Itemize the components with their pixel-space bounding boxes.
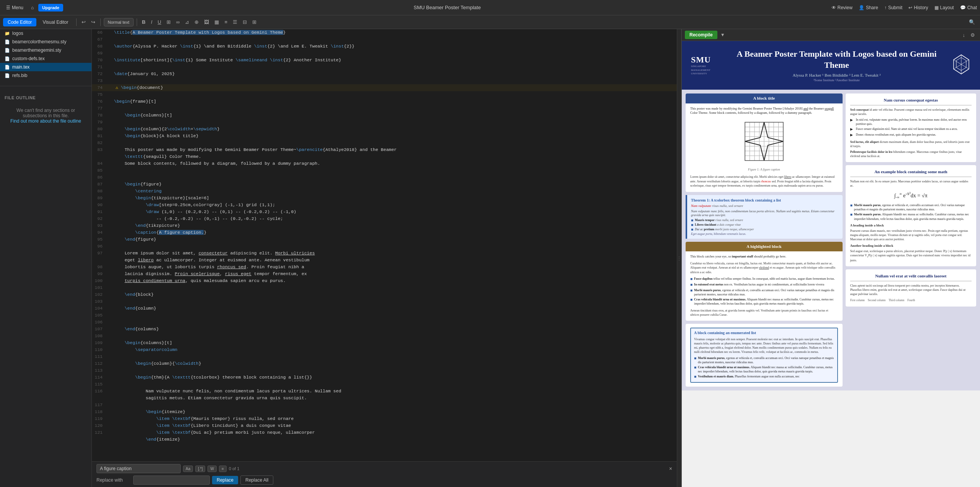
list-item: ■In euismod erat metus non ex. Vestibulu… (690, 282, 838, 287)
table-row: 116 Nam vulputate nunc felis, non condim… (92, 388, 677, 395)
review-btn[interactable]: 👁 Review (831, 5, 853, 10)
list-btn2[interactable]: ☰ (231, 18, 239, 26)
table-row: 75 (92, 91, 677, 98)
table-row: 84 Some block contents, followed by a di… (92, 160, 677, 167)
app-title: SMU Beamer Poster Template (66, 5, 828, 10)
table-row: 86 (92, 174, 677, 181)
recompile-arrow[interactable]: ▼ (720, 32, 725, 38)
poster-highlighted-block: A highlighted block This block catches y… (686, 242, 843, 321)
poster-block-title-label: A block title (686, 93, 843, 103)
poster-body: A block title This poster was made by mo… (682, 90, 980, 390)
bold-button[interactable]: B (140, 18, 147, 26)
table-row: 105 (92, 312, 677, 319)
sidebar-item-beamertheme[interactable]: 📄 beamerthemegemini.sty (0, 46, 91, 54)
find-replace-bar: A figure caption Aa [.*] W ≡ 0 of 1 × Re… (92, 461, 677, 487)
menu-button[interactable]: ☰ Menu (3, 3, 26, 12)
replace-button[interactable]: Replace (212, 476, 238, 484)
find-close-btn[interactable]: × (669, 466, 672, 472)
list-btn3[interactable]: ⊟ (241, 18, 249, 26)
redo-button[interactable]: ↪ (89, 18, 97, 26)
table-row: 112 \begin{column}{\colwidth} (92, 360, 677, 367)
preview-settings-btn[interactable]: ⚙ (969, 31, 977, 39)
recompile-button[interactable]: Recompile (685, 31, 717, 39)
chat-btn[interactable]: 💬 Chat (960, 5, 977, 10)
table-row: 90 \draw[step=0.25cm,color=gray] (-1,-1)… (92, 202, 677, 208)
table-row: 114 \begin{thm}{A \texttt{tcolorbox} the… (92, 374, 677, 381)
table-row: 119 \item \textbf{Mauris tempor} risus n… (92, 415, 677, 422)
table-row: 108 (92, 333, 677, 339)
right-actions: 👁 Review 👤 Share ↑ Submit ↩ History ▦ La… (831, 5, 977, 10)
replace-row: Replace with Replace Replace All (96, 476, 672, 485)
code-editor-tab[interactable]: Code Editor (3, 18, 36, 26)
university-full: SINGAPORE MANAGEMENTUNIVERSITY (691, 65, 722, 76)
table-row: 66 \title{A Beamer Poster Template with … (92, 29, 677, 36)
file-icon2: 📄 (5, 48, 10, 53)
format-btn3[interactable]: ⊿ (183, 18, 191, 26)
upgrade-button[interactable]: Upgrade (38, 4, 63, 11)
table-row: 78 \begin{columns}[t] (92, 112, 677, 119)
list-item: ■Morbi mauris purus. Aliquam blandit nec… (850, 212, 972, 221)
resize-handle[interactable] (677, 29, 681, 487)
outline-link[interactable]: Find out more about the file outline (10, 118, 81, 124)
sidebar-item-customdefs[interactable]: 📄 custom-defs.tex (0, 54, 91, 63)
home-icon[interactable]: ⌂ (29, 3, 35, 12)
search-button[interactable]: 🔍 (967, 18, 977, 26)
poster-header: SMU SINGAPORE MANAGEMENTUNIVERSITY A Bea… (682, 41, 980, 90)
poster-block-intro: This poster was made by modifying the Ge… (690, 107, 838, 116)
history-btn[interactable]: ↩ History (908, 5, 928, 10)
table-row: 69 (92, 50, 677, 57)
underline-button[interactable]: U (156, 18, 163, 26)
list-btn1[interactable]: ≡ (222, 18, 229, 26)
replace-all-button[interactable]: Replace All (240, 476, 273, 485)
regex-btn[interactable]: [.*] (195, 466, 205, 472)
sidebar-item-main[interactable]: 📄 main.tex ⋯ (0, 63, 91, 71)
sidebar-item-refs[interactable]: 📄 refs.bib (0, 71, 91, 80)
poster-highlighted-title: A highlighted block (686, 242, 843, 251)
table-row: 106 (92, 319, 677, 326)
italic-button[interactable]: I (149, 18, 154, 26)
sidebar-item-beamercolor[interactable]: 📄 beamercolorthemesmu.sty (0, 38, 91, 46)
toolbar-separator (76, 18, 77, 26)
history-label: History (914, 5, 928, 10)
table-row: 121 \item \textbf{Dui ac} pretium morbi … (92, 429, 677, 436)
poster-authors: Alyssa P. Hacker ¹ Ben Bitdiddle ² Lem E… (728, 73, 946, 77)
search-input[interactable]: A figure caption (96, 464, 181, 473)
whole-word-btn[interactable]: W (207, 466, 216, 472)
format-btn2[interactable]: ∞ (174, 18, 181, 26)
poster-heading-body2: Sed augue erat, scelerisque a purus ultr… (850, 249, 972, 262)
visual-editor-tab[interactable]: Visual Editor (38, 18, 73, 26)
table-row: 76 \begin{frame}[t] (92, 98, 677, 105)
editor-area: 66 \title{A Beamer Poster Template with … (92, 29, 677, 487)
file-icon4: 📄 (5, 65, 10, 70)
match-btn[interactable]: ≡ (219, 466, 227, 472)
table-row: 110 \separatorcolumn (92, 346, 677, 353)
table-row: 82 (92, 139, 677, 146)
outline-label: File outline (0, 89, 91, 102)
code-editor[interactable]: 66 \title{A Beamer Poster Template with … (92, 29, 677, 461)
poster-enumerated-block: A block containing an enumerated list Vi… (686, 324, 843, 387)
format-btn4[interactable]: ⊕ (193, 18, 201, 26)
insert-table-btn[interactable]: ▦ (212, 18, 221, 26)
text-mode-select[interactable]: Normal text (104, 18, 134, 26)
case-sensitive-btn[interactable]: Aa (183, 466, 193, 472)
format-btn1[interactable]: ⊞ (165, 18, 173, 26)
table-row: 113 (92, 367, 677, 374)
list-btn4[interactable]: ⊞ (250, 18, 258, 26)
replace-input[interactable] (133, 476, 210, 485)
table-row: 70 \institute[shortinst]{\inst{1} Some I… (92, 57, 677, 64)
poster-heading-body: Praesent cursus diam mauris, nec vestibu… (850, 229, 972, 242)
share-btn[interactable]: 👤 Share (859, 5, 878, 10)
table-row: 98 lobortis augue, ut lobortis turpis rh… (92, 264, 677, 271)
table-row: 101 (92, 284, 677, 291)
poster-institutes: ¹Some Institute ²Another Institute (728, 78, 946, 82)
submit-btn[interactable]: ↑ Submit (884, 5, 902, 10)
insert-image-btn[interactable]: 🖼 (202, 18, 211, 26)
undo-button[interactable]: ↩ (80, 18, 88, 26)
sidebar-item-logos[interactable]: 📁 logos (0, 29, 91, 38)
layout-btn[interactable]: ▦ Layout (934, 5, 954, 10)
folder-icon: 📁 (5, 31, 10, 36)
poster-highlighted-body: Curabitur eu libero vehicula, cursus est… (690, 261, 838, 274)
list-item: ■Fusce dapibus tellus vel tellus semper … (690, 277, 838, 282)
download-btn[interactable]: ↓ (961, 31, 967, 39)
poster-enum-body: Vivamus congue volutpat elit non semper.… (694, 337, 834, 354)
